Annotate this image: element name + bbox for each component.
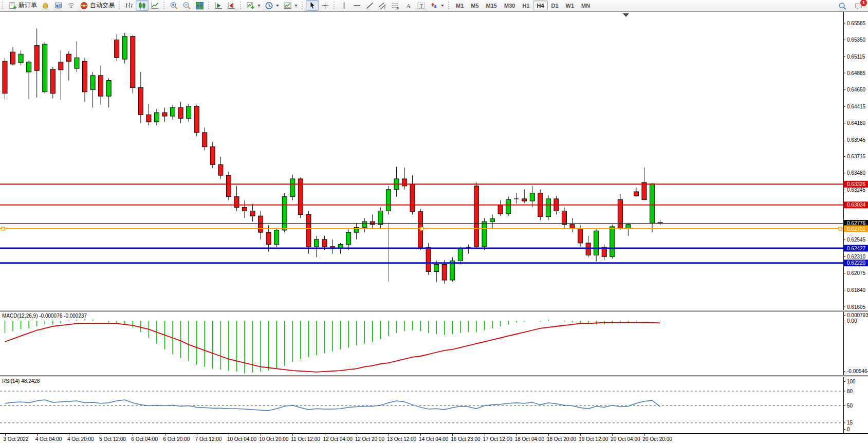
candle-body <box>250 211 255 216</box>
time-tick <box>485 434 485 436</box>
tile-windows-button[interactable] <box>193 0 206 11</box>
rsi-label: RSI(14) 48.2428 <box>2 378 40 384</box>
candle-body <box>162 113 167 116</box>
chart-bars-button[interactable] <box>123 0 136 11</box>
chart-candles-button[interactable] <box>136 0 149 11</box>
price-chart-panel[interactable]: 0.655850.653500.651150.648850.646500.644… <box>0 12 868 310</box>
macd-panel[interactable]: MACD(12,26,9) -0.000076 -0.000237 0.0007… <box>0 312 868 375</box>
candle-body <box>618 199 622 229</box>
time-tick <box>452 434 453 436</box>
candle-body <box>131 36 135 88</box>
timeframe-m15-button[interactable]: M15 <box>483 1 501 10</box>
arrows-icon <box>430 2 438 10</box>
candle-body <box>83 61 87 92</box>
periods-button[interactable] <box>263 0 281 11</box>
timeframe-h4-button[interactable]: H4 <box>533 1 547 10</box>
time-label: 20 Oct 20:00 <box>643 436 672 442</box>
horizontal-line-button[interactable] <box>350 0 363 11</box>
svg-text:A: A <box>406 2 411 10</box>
time-label: 7 Oct 12:00 <box>195 436 222 442</box>
crosshair-button[interactable] <box>319 0 331 11</box>
candle-body <box>362 222 367 227</box>
auto-scroll-icon <box>214 2 223 10</box>
candle-body <box>490 219 495 222</box>
time-label: 10 Oct 20:00 <box>259 436 288 442</box>
text-label-button[interactable]: T <box>415 0 428 11</box>
candle-body <box>122 36 127 59</box>
time-axis[interactable]: 3 Oct 20224 Oct 04:004 Oct 20:005 Oct 12… <box>0 433 868 443</box>
candle-body <box>306 214 311 246</box>
timeframe-m5-button[interactable]: M5 <box>467 1 482 10</box>
line-handle[interactable] <box>2 227 5 230</box>
chart-line-button[interactable] <box>149 0 161 11</box>
fibonacci-button[interactable]: F <box>389 0 402 11</box>
notifications-button[interactable]: 1 <box>852 1 865 11</box>
svg-text:F: F <box>397 6 399 10</box>
data-window-button[interactable] <box>52 0 65 11</box>
time-label: 12 Oct 20:00 <box>355 436 384 442</box>
candle-body <box>634 192 638 196</box>
trend-line-button[interactable] <box>363 0 376 11</box>
candle-body <box>354 227 359 232</box>
dropdown-caret-icon[interactable] <box>441 5 444 7</box>
autotrading-button[interactable]: 自动交易 <box>78 0 117 11</box>
candle-body <box>410 184 415 212</box>
candle-body <box>115 40 119 58</box>
time-tick <box>133 434 133 436</box>
vertical-line-button[interactable] <box>338 0 350 11</box>
candle-body <box>346 232 351 245</box>
candle-body <box>210 147 215 165</box>
candle-body <box>522 199 527 201</box>
timeframe-w1-button[interactable]: W1 <box>562 1 578 10</box>
new-order-label: 新订单 <box>19 1 37 10</box>
price-tick-label: 0.65350 <box>847 37 866 43</box>
zoom-out-button[interactable] <box>180 0 193 11</box>
time-label: 13 Oct 12:00 <box>387 436 416 442</box>
candle-body <box>322 239 327 247</box>
chart-shift-icon <box>227 2 236 10</box>
price-tick-label: 0.64885 <box>847 70 866 76</box>
signals-button[interactable] <box>65 0 78 11</box>
text-button[interactable]: A <box>402 0 415 11</box>
time-tick <box>37 434 38 436</box>
timeframe-mn-button[interactable]: MN <box>578 1 594 10</box>
line-handle[interactable] <box>420 227 423 230</box>
dropdown-caret-icon[interactable] <box>257 5 261 7</box>
dropdown-caret-icon[interactable] <box>276 5 279 7</box>
line-handle[interactable] <box>839 227 842 230</box>
horizontal-line-icon <box>353 2 361 10</box>
price-tick-label: 0.64180 <box>847 120 866 126</box>
search-button[interactable] <box>836 1 849 11</box>
chart-shift-button[interactable] <box>225 0 238 11</box>
timeframe-m1-button[interactable]: M1 <box>452 1 467 10</box>
candle-body <box>386 190 391 211</box>
zoom-in-button[interactable] <box>168 0 180 11</box>
equidistant-channel-button[interactable]: E <box>376 0 389 11</box>
auto-scroll-button[interactable] <box>212 0 225 11</box>
templates-button[interactable] <box>281 0 300 11</box>
rsi-panel[interactable]: RSI(14) 48.2428 1008050150 <box>0 377 868 433</box>
timeframe-d1-button[interactable]: D1 <box>548 1 562 10</box>
candle-body <box>43 44 47 92</box>
candle-body <box>34 46 39 71</box>
rsi-tick-label: 100 <box>847 379 856 384</box>
timeframe-h1-button[interactable]: H1 <box>519 1 533 10</box>
market-watch-button[interactable] <box>39 0 52 11</box>
rsi-tick-label: 80 <box>847 389 853 394</box>
dropdown-caret-icon[interactable] <box>294 5 298 7</box>
toolbar-grip <box>2 2 5 9</box>
vertical-line-icon <box>340 2 348 10</box>
time-tick <box>580 434 581 436</box>
price-level-badge-label: 0.62427 <box>847 246 866 251</box>
trend-line-icon <box>365 2 374 10</box>
rsi-tick-label: 0 <box>847 427 850 432</box>
time-label: 17 Oct 12:00 <box>483 436 512 442</box>
svg-text:E: E <box>384 6 386 10</box>
new-order-button[interactable]: 新订单 <box>6 0 39 11</box>
timeframe-m30-button[interactable]: M30 <box>501 1 519 10</box>
toolbar-grip <box>448 2 451 9</box>
time-label: 3 Oct 2022 <box>4 436 29 442</box>
cursor-button[interactable] <box>306 0 319 11</box>
arrows-button[interactable] <box>428 0 446 11</box>
add-indicator-button[interactable] <box>244 0 263 11</box>
